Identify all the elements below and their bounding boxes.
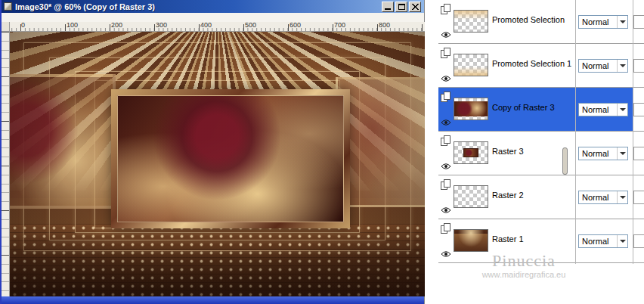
- ruler-corner: [2, 22, 10, 32]
- image-window: Image30* @ 60% (Copy of Raster 3) 0 100 …: [0, 0, 425, 304]
- vertical-ruler[interactable]: [2, 32, 10, 296]
- ruler-label: 300: [156, 22, 167, 29]
- layer-row[interactable]: Promoted Selection 1 Normal: [438, 44, 644, 88]
- visibility-eye-icon[interactable]: [441, 247, 452, 256]
- layer-thumbnail[interactable]: [454, 98, 488, 120]
- ruler-label: 200: [111, 22, 122, 29]
- ruler-label: 100: [67, 22, 78, 29]
- layer-name: Promoted Selection: [492, 0, 565, 39]
- blend-mode-select[interactable]: Normal: [578, 59, 628, 73]
- blend-mode-select[interactable]: Normal: [578, 15, 628, 29]
- panel-column-divider: [633, 0, 633, 264]
- layer-name: Promoted Selection 1: [492, 44, 571, 83]
- opacity-field-partial[interactable]: [633, 147, 644, 160]
- minimize-button[interactable]: [382, 2, 394, 12]
- titlebar[interactable]: Image30* @ 60% (Copy of Raster 3): [2, 0, 424, 13]
- layer-thumbnail[interactable]: [454, 229, 488, 252]
- watermark-name: Pinuccia: [467, 251, 581, 271]
- blend-mode-select[interactable]: Normal: [578, 191, 628, 204]
- layer-row-selected[interactable]: Copy of Raster 3 Normal: [438, 88, 644, 132]
- layer-type-icon: [441, 48, 452, 59]
- layer-thumbnail[interactable]: [454, 141, 488, 164]
- layer-type-icon: [441, 135, 452, 147]
- layer-type-icon: [441, 4, 452, 15]
- opacity-field-partial[interactable]: [633, 59, 644, 73]
- ruler-label: 400: [200, 22, 212, 29]
- opacity-field-partial[interactable]: [633, 103, 644, 116]
- layer-thumbnail[interactable]: [454, 10, 488, 33]
- layer-type-icon: [441, 223, 452, 234]
- layer-type-icon: [441, 179, 452, 191]
- layer-thumbnail[interactable]: [454, 185, 488, 208]
- minimize-icon: [385, 8, 391, 10]
- chevron-down-icon[interactable]: [617, 104, 627, 116]
- visibility-eye-icon[interactable]: [441, 72, 452, 80]
- layer-row[interactable]: Raster 3 Normal: [438, 132, 644, 175]
- visibility-eye-icon[interactable]: [441, 116, 452, 124]
- chevron-down-icon[interactable]: [617, 191, 627, 203]
- maximize-button[interactable]: [395, 2, 407, 12]
- opacity-field-partial[interactable]: [633, 15, 644, 29]
- ruler-label: 800: [379, 22, 390, 29]
- window-icon: [4, 2, 12, 11]
- ruler-label: 0: [21, 22, 25, 29]
- close-icon: [412, 4, 419, 10]
- panel-column-divider: [575, 0, 576, 264]
- app-workspace: Image30* @ 60% (Copy of Raster 3) 0 100 …: [0, 0, 644, 304]
- visibility-eye-icon[interactable]: [441, 28, 452, 36]
- blend-mode-select[interactable]: Normal: [578, 103, 628, 116]
- layer-row[interactable]: Promoted Selection Normal: [438, 0, 644, 44]
- blend-mode-select[interactable]: Normal: [578, 147, 628, 160]
- chevron-down-icon[interactable]: [617, 60, 627, 72]
- ruler-label: 500: [245, 22, 256, 29]
- window-title: Image30* @ 60% (Copy of Raster 3): [15, 2, 155, 11]
- layer-name: Raster 2: [492, 175, 524, 215]
- layer-thumbnail[interactable]: [454, 54, 488, 76]
- artwork-vignette: [10, 32, 425, 296]
- opacity-field-partial[interactable]: [633, 234, 644, 248]
- opacity-field-partial[interactable]: [633, 191, 644, 204]
- blend-mode-select[interactable]: Normal: [578, 234, 628, 248]
- visibility-eye-icon[interactable]: [441, 203, 452, 212]
- ruler-label: 600: [289, 22, 301, 29]
- watermark-url: www.maidiregrafica.eu: [467, 270, 581, 279]
- close-button[interactable]: [409, 2, 421, 12]
- watermark: Pinuccia www.maidiregrafica.eu: [467, 251, 581, 279]
- chevron-down-icon[interactable]: [617, 147, 627, 160]
- chevron-down-icon[interactable]: [617, 16, 627, 28]
- visibility-eye-icon[interactable]: [441, 160, 452, 168]
- layers-panel: Promoted Selection Normal Promoted Selec…: [438, 0, 644, 304]
- layer-name: Raster 3: [492, 132, 524, 171]
- layer-type-icon: [441, 92, 452, 103]
- maximize-icon: [398, 4, 405, 10]
- canvas[interactable]: [10, 32, 425, 296]
- horizontal-ruler[interactable]: 0 100 200 300 400 500 600 700 800: [10, 22, 425, 32]
- ruler-label: 700: [334, 22, 345, 29]
- window-controls: [382, 2, 422, 12]
- layer-row[interactable]: Raster 2 Normal: [438, 175, 644, 219]
- chevron-down-icon[interactable]: [617, 235, 627, 247]
- layer-name: Copy of Raster 3: [492, 88, 555, 127]
- panel-splitter-handle[interactable]: [562, 147, 568, 175]
- window-bottom-edge: [2, 296, 424, 304]
